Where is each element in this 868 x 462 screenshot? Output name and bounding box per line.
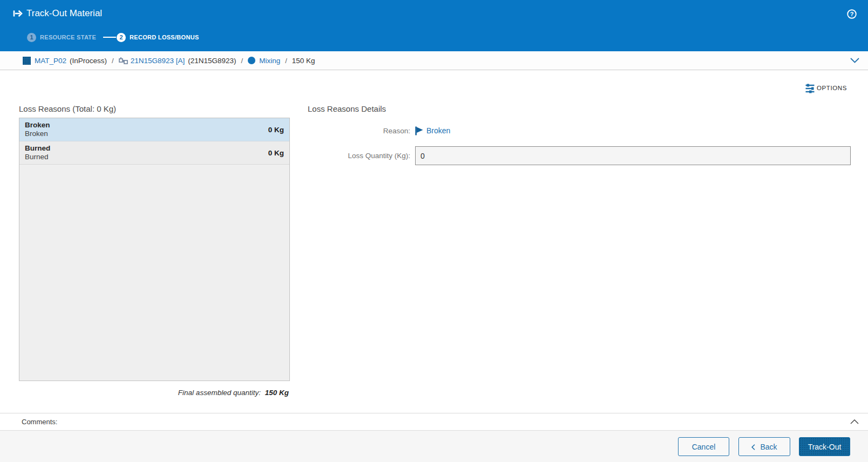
breadcrumb-flow-detail: (21N15G8923) [188, 57, 236, 65]
material-square-icon [23, 57, 31, 65]
comments-section-toggle[interactable]: Comments: [0, 413, 868, 431]
back-button[interactable]: Back [738, 437, 790, 456]
svg-text:?: ? [850, 11, 854, 17]
flag-icon [415, 126, 424, 135]
wizard-title-row: Track-Out Material [13, 7, 102, 20]
step-1-circle[interactable]: 1 [27, 33, 36, 42]
step-connector-line [103, 37, 116, 38]
final-assembled-quantity-note: Final assembled quantity: 150 Kg [19, 389, 290, 397]
help-icon[interactable]: ? [847, 9, 857, 19]
reason-value: Broken [415, 126, 450, 135]
step-2-label[interactable]: RECORD LOSS/BONUS [130, 34, 199, 40]
loss-reason-quantity: 0 Kg [268, 118, 284, 141]
sliders-icon [805, 83, 815, 93]
loss-quantity-row: Loss Quantity (Kg): [308, 146, 851, 165]
breadcrumb-separator: / [241, 57, 243, 65]
comments-label: Comments: [22, 418, 57, 426]
loss-reason-description: Burned [25, 153, 284, 161]
wizard-step-content: OPTIONS Loss Reasons (Total: 0 Kg) Broke… [0, 71, 868, 413]
breadcrumb-step-link[interactable]: Mixing [259, 57, 280, 65]
loss-reason-row-broken[interactable]: Broken Broken 0 Kg [19, 118, 289, 141]
loss-reason-description: Broken [25, 130, 284, 138]
loss-reasons-title: Loss Reasons (Total: 0 Kg) [19, 104, 290, 114]
loss-reason-name: Burned [25, 144, 284, 153]
loss-reason-row-burned[interactable]: Burned Burned 0 Kg [19, 141, 289, 165]
final-assembled-quantity-label: Final assembled quantity: [178, 389, 261, 397]
breadcrumb-separator: / [112, 57, 114, 65]
loss-reasons-panel: Loss Reasons (Total: 0 Kg) Broken Broken… [19, 104, 290, 397]
wizard-footer: Cancel Back Track-Out [0, 431, 868, 462]
chevron-down-icon[interactable] [850, 58, 859, 63]
reason-row: Reason: Broken [308, 126, 851, 135]
breadcrumb-flow-link[interactable]: 21N15G8923 [A] [131, 57, 185, 65]
loss-reason-name: Broken [25, 121, 284, 130]
chevron-left-icon [751, 444, 755, 450]
step-2-circle[interactable]: 2 [117, 33, 126, 42]
track-out-icon [13, 9, 23, 18]
cancel-button[interactable]: Cancel [678, 437, 729, 456]
step-dot-icon [248, 57, 255, 64]
options-label: OPTIONS [817, 85, 847, 91]
chevron-up-icon[interactable] [850, 419, 859, 424]
options-button[interactable]: OPTIONS [805, 83, 847, 93]
breadcrumb-separator: / [285, 57, 287, 65]
loss-reasons-details-title: Loss Reasons Details [308, 104, 851, 114]
wizard-steps: 1 RESOURCE STATE 2 RECORD LOSS/BONUS [27, 32, 199, 42]
loss-reasons-list: Broken Broken 0 Kg Burned Burned 0 Kg [19, 118, 290, 381]
step-1-label[interactable]: RESOURCE STATE [40, 34, 96, 40]
context-breadcrumb: MAT_P02 (InProcess) / 21N15G8923 [A] (21… [0, 51, 868, 70]
reason-link[interactable]: Broken [426, 126, 450, 135]
page-title: Track-Out Material [26, 8, 102, 19]
flow-step-icon [119, 57, 128, 65]
track-out-button[interactable]: Track-Out [799, 437, 850, 456]
loss-quantity-label: Loss Quantity (Kg): [308, 152, 410, 160]
reason-label: Reason: [308, 127, 410, 135]
loss-quantity-input[interactable] [415, 146, 851, 165]
breadcrumb-quantity: 150 Kg [292, 57, 315, 65]
loss-reasons-details-panel: Loss Reasons Details Reason: Broken Loss… [308, 104, 851, 118]
wizard-header: Track-Out Material ? 1 RESOURCE STATE 2 … [0, 0, 868, 51]
breadcrumb-material-state: (InProcess) [70, 57, 107, 65]
breadcrumb-material-link[interactable]: MAT_P02 [35, 57, 66, 65]
back-button-label: Back [760, 443, 777, 451]
loss-reason-quantity: 0 Kg [268, 141, 284, 165]
final-assembled-quantity-value: 150 Kg [265, 389, 289, 397]
